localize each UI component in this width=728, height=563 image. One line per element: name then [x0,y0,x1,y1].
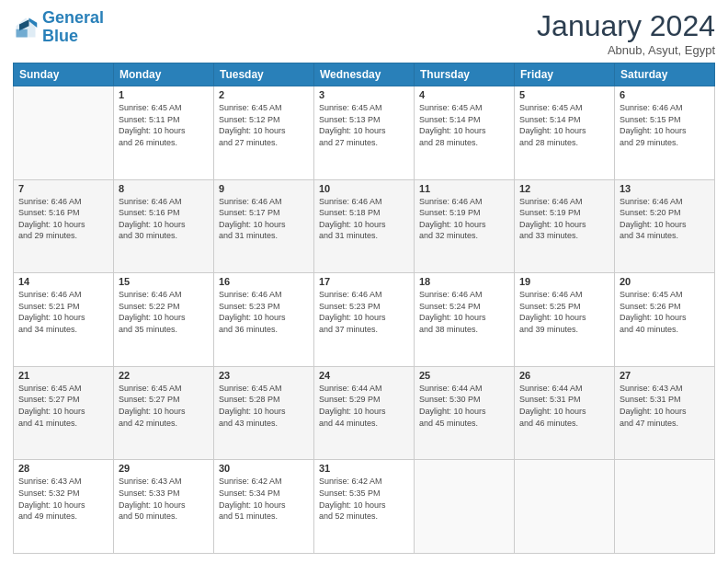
day-number: 22 [119,370,209,381]
calendar-day-cell: 21Sunrise: 6:45 AM Sunset: 5:27 PM Dayli… [14,366,114,460]
day-info: Sunrise: 6:45 AM Sunset: 5:14 PM Dayligh… [519,102,609,148]
calendar-week-row: 14Sunrise: 6:46 AM Sunset: 5:21 PM Dayli… [14,273,715,367]
calendar-day-cell: 18Sunrise: 6:46 AM Sunset: 5:24 PM Dayli… [415,273,515,367]
calendar-day-cell [615,460,715,554]
calendar-day-cell: 26Sunrise: 6:44 AM Sunset: 5:31 PM Dayli… [515,366,615,460]
day-info: Sunrise: 6:43 AM Sunset: 5:31 PM Dayligh… [620,383,710,429]
day-number: 13 [620,183,710,194]
day-number: 10 [319,183,409,194]
logo: General Blue [13,9,104,46]
calendar-week-row: 21Sunrise: 6:45 AM Sunset: 5:27 PM Dayli… [14,366,715,460]
calendar-day-cell: 12Sunrise: 6:46 AM Sunset: 5:19 PM Dayli… [515,179,615,273]
calendar-header-friday: Friday [515,63,615,86]
day-info: Sunrise: 6:46 AM Sunset: 5:19 PM Dayligh… [419,196,509,242]
day-info: Sunrise: 6:45 AM Sunset: 5:27 PM Dayligh… [18,383,108,429]
day-info: Sunrise: 6:45 AM Sunset: 5:27 PM Dayligh… [119,383,209,429]
day-number: 8 [119,183,209,194]
day-number: 15 [119,276,209,287]
calendar-day-cell: 2Sunrise: 6:45 AM Sunset: 5:12 PM Daylig… [214,86,314,180]
calendar-day-cell: 27Sunrise: 6:43 AM Sunset: 5:31 PM Dayli… [615,366,715,460]
day-number: 21 [18,370,108,381]
calendar-day-cell [415,460,515,554]
day-number: 26 [519,370,609,381]
page: General Blue January 2024 Abnub, Asyut, … [0,0,728,563]
calendar-day-cell: 14Sunrise: 6:46 AM Sunset: 5:21 PM Dayli… [14,273,114,367]
day-number: 6 [620,89,710,100]
day-info: Sunrise: 6:44 AM Sunset: 5:30 PM Dayligh… [419,383,509,429]
day-number: 28 [18,463,108,474]
day-number: 30 [219,463,309,474]
day-info: Sunrise: 6:45 AM Sunset: 5:11 PM Dayligh… [119,102,209,148]
calendar-day-cell [515,460,615,554]
day-info: Sunrise: 6:46 AM Sunset: 5:16 PM Dayligh… [18,196,108,242]
day-number: 19 [519,276,609,287]
calendar-header-tuesday: Tuesday [214,63,314,86]
calendar-day-cell: 6Sunrise: 6:46 AM Sunset: 5:15 PM Daylig… [615,86,715,180]
calendar-day-cell [14,86,114,180]
calendar-day-cell: 1Sunrise: 6:45 AM Sunset: 5:11 PM Daylig… [114,86,214,180]
day-info: Sunrise: 6:42 AM Sunset: 5:35 PM Dayligh… [319,476,409,522]
calendar-header-saturday: Saturday [615,63,715,86]
day-info: Sunrise: 6:46 AM Sunset: 5:19 PM Dayligh… [519,196,609,242]
day-info: Sunrise: 6:45 AM Sunset: 5:14 PM Dayligh… [419,102,509,148]
calendar-header-sunday: Sunday [14,63,114,86]
day-info: Sunrise: 6:46 AM Sunset: 5:24 PM Dayligh… [419,289,509,335]
calendar-day-cell: 25Sunrise: 6:44 AM Sunset: 5:30 PM Dayli… [415,366,515,460]
day-number: 9 [219,183,309,194]
day-number: 17 [319,276,409,287]
day-info: Sunrise: 6:45 AM Sunset: 5:28 PM Dayligh… [219,383,309,429]
calendar-day-cell: 22Sunrise: 6:45 AM Sunset: 5:27 PM Dayli… [114,366,214,460]
day-info: Sunrise: 6:44 AM Sunset: 5:29 PM Dayligh… [319,383,409,429]
day-number: 11 [419,183,509,194]
title-block: January 2024 Abnub, Asyut, Egypt [537,9,715,57]
calendar-day-cell: 29Sunrise: 6:43 AM Sunset: 5:33 PM Dayli… [114,460,214,554]
calendar-day-cell: 4Sunrise: 6:45 AM Sunset: 5:14 PM Daylig… [415,86,515,180]
day-info: Sunrise: 6:46 AM Sunset: 5:20 PM Dayligh… [620,196,710,242]
calendar-day-cell: 10Sunrise: 6:46 AM Sunset: 5:18 PM Dayli… [314,179,415,273]
calendar-day-cell: 8Sunrise: 6:46 AM Sunset: 5:16 PM Daylig… [114,179,214,273]
day-info: Sunrise: 6:44 AM Sunset: 5:31 PM Dayligh… [519,383,609,429]
day-info: Sunrise: 6:46 AM Sunset: 5:15 PM Dayligh… [620,102,710,148]
day-info: Sunrise: 6:46 AM Sunset: 5:23 PM Dayligh… [319,289,409,335]
calendar-day-cell: 15Sunrise: 6:46 AM Sunset: 5:22 PM Dayli… [114,273,214,367]
calendar-day-cell: 24Sunrise: 6:44 AM Sunset: 5:29 PM Dayli… [314,366,415,460]
calendar-table: SundayMondayTuesdayWednesdayThursdayFrid… [13,63,715,554]
calendar-day-cell: 28Sunrise: 6:43 AM Sunset: 5:32 PM Dayli… [14,460,114,554]
day-number: 25 [419,370,509,381]
day-number: 5 [519,89,609,100]
logo-text: General Blue [42,9,104,46]
day-number: 31 [319,463,409,474]
calendar-day-cell: 31Sunrise: 6:42 AM Sunset: 5:35 PM Dayli… [314,460,415,554]
calendar-day-cell: 23Sunrise: 6:45 AM Sunset: 5:28 PM Dayli… [214,366,314,460]
day-info: Sunrise: 6:46 AM Sunset: 5:21 PM Dayligh… [18,289,108,335]
svg-rect-4 [17,29,28,38]
calendar-header-thursday: Thursday [415,63,515,86]
logo-line1: General [42,8,104,27]
day-number: 14 [18,276,108,287]
calendar-day-cell: 19Sunrise: 6:46 AM Sunset: 5:25 PM Dayli… [515,273,615,367]
day-number: 20 [620,276,710,287]
month-title: January 2024 [537,9,715,43]
day-info: Sunrise: 6:46 AM Sunset: 5:22 PM Dayligh… [119,289,209,335]
day-info: Sunrise: 6:43 AM Sunset: 5:33 PM Dayligh… [119,476,209,522]
logo-icon [13,15,39,40]
day-number: 4 [419,89,509,100]
day-number: 24 [319,370,409,381]
day-info: Sunrise: 6:45 AM Sunset: 5:26 PM Dayligh… [620,289,710,335]
subtitle: Abnub, Asyut, Egypt [537,43,715,57]
day-info: Sunrise: 6:46 AM Sunset: 5:17 PM Dayligh… [219,196,309,242]
logo-line2: Blue [42,27,78,45]
calendar-day-cell: 9Sunrise: 6:46 AM Sunset: 5:17 PM Daylig… [214,179,314,273]
day-number: 27 [620,370,710,381]
calendar-day-cell: 16Sunrise: 6:46 AM Sunset: 5:23 PM Dayli… [214,273,314,367]
day-info: Sunrise: 6:43 AM Sunset: 5:32 PM Dayligh… [18,476,108,522]
header: General Blue January 2024 Abnub, Asyut, … [13,9,715,57]
day-number: 12 [519,183,609,194]
day-number: 16 [219,276,309,287]
calendar-week-row: 7Sunrise: 6:46 AM Sunset: 5:16 PM Daylig… [14,179,715,273]
calendar-day-cell: 13Sunrise: 6:46 AM Sunset: 5:20 PM Dayli… [615,179,715,273]
calendar-day-cell: 5Sunrise: 6:45 AM Sunset: 5:14 PM Daylig… [515,86,615,180]
day-number: 7 [18,183,108,194]
calendar-day-cell: 20Sunrise: 6:45 AM Sunset: 5:26 PM Dayli… [615,273,715,367]
calendar-header-wednesday: Wednesday [314,63,415,86]
